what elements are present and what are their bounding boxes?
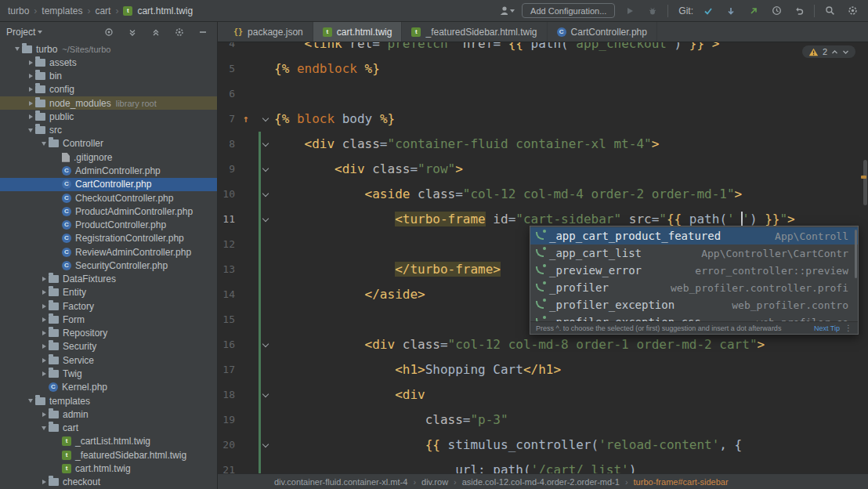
code-line[interactable]: 18 <div [218,382,868,408]
tree-toggle-icon[interactable] [39,344,49,349]
git-update-icon[interactable] [723,3,739,19]
code-editor[interactable]: 4 <link rel="prefetch" href="{{ path('ap… [218,42,868,473]
tree-toggle-icon[interactable] [26,399,35,403]
prev-issue-icon[interactable] [831,49,838,55]
fold-icon[interactable] [262,441,269,447]
editor-tab-package-json[interactable]: {}package.json [224,22,313,42]
fold-icon[interactable] [262,341,269,347]
code-line[interactable]: 7↑{% block body %} [218,107,868,132]
tree-toggle-icon[interactable] [39,371,49,376]
completion-item[interactable]: _preview_errorerror_controller::preview [530,262,858,279]
tree-item-node-modules[interactable]: node_moduleslibrary root [0,96,217,110]
next-issue-icon[interactable] [842,49,849,55]
tree-item-repository[interactable]: Repository [0,327,217,340]
tree-item-cartcontroller-php[interactable]: CCartController.php [0,178,217,191]
breadcrumb-item[interactable]: div.row [421,477,448,487]
panel-settings-gear-icon[interactable] [172,24,187,40]
tree-toggle-icon[interactable] [26,60,35,65]
breadcrumb-item[interactable]: div.container-fluid.container-xl.mt-4 [274,477,407,487]
code-line[interactable]: 10 <aside class="col-12 col-md-4 order-2… [218,182,868,207]
code-line[interactable]: 9 <div class="row"> [218,157,868,182]
git-push-icon[interactable] [746,3,761,19]
tree-toggle-icon[interactable] [39,331,49,335]
tree-item-featuredsidebar-html-twig[interactable]: t_featuredSidebar.html.twig [0,448,217,462]
locate-file-icon[interactable] [101,24,117,40]
tree-item-service[interactable]: Service [0,353,217,367]
code-line[interactable]: 17 <h1>Shopping Cart</h1> [218,357,868,382]
tree-toggle-icon[interactable] [39,480,49,484]
tree-toggle-icon[interactable] [39,412,49,417]
add-configuration-button[interactable]: Add Configuration... [522,3,615,18]
tree-item-security[interactable]: Security [0,340,217,353]
tree-item-assets[interactable]: assets [0,56,217,69]
breadcrumb-item[interactable]: turbo-frame#cart-sidebar [634,477,729,487]
tree-item-checkout[interactable]: checkout [0,476,217,489]
git-commit-icon[interactable] [700,3,716,19]
warning-stripe-mark[interactable] [861,176,866,179]
tree-item-securitycontroller-php[interactable]: CSecurityController.php [0,259,217,272]
block-override-icon[interactable]: ↑ [243,107,249,132]
fold-icon[interactable] [262,391,269,397]
code-line[interactable]: 6 [218,82,868,107]
code-line[interactable]: 19 class="p-3" [218,408,868,433]
undo-icon[interactable] [791,3,807,19]
expand-all-icon[interactable] [125,24,140,40]
popup-scrollbar[interactable] [855,230,857,278]
breadcrumb-item[interactable]: aside.col-12.col-md-4.order-2.order-md-1 [462,477,620,487]
fold-icon[interactable] [262,165,269,172]
code-line[interactable]: 21 url: path('/cart/_list') [218,458,868,473]
tree-toggle-icon[interactable] [26,101,35,106]
title-breadcrumb-item[interactable]: turbo [8,5,29,16]
code-line[interactable]: 4 <link rel="prefetch" href="{{ path('ap… [218,42,868,56]
tree-toggle-icon[interactable] [26,129,35,132]
title-breadcrumb-item[interactable]: cart [95,5,110,16]
settings-gear-icon[interactable] [844,3,860,19]
editor-tab-cart-html-twig[interactable]: tcart.html.twig [313,22,403,42]
fold-icon[interactable] [262,140,269,147]
tree-toggle-icon[interactable] [39,142,49,146]
editor-scrollbar[interactable] [863,160,867,205]
local-history-icon[interactable] [769,3,784,19]
title-breadcrumb-item[interactable]: cart.html.twig [137,5,193,16]
editor-tab-featuredsidebar-html-twig[interactable]: t_featuredSidebar.html.twig [402,22,547,42]
tree-item-checkoutcontroller-php[interactable]: CCheckoutController.php [0,191,217,205]
search-icon[interactable] [822,3,837,19]
tree-toggle-icon[interactable] [39,277,49,281]
title-breadcrumb-item[interactable]: templates [42,5,82,16]
debug-icon[interactable] [645,3,660,19]
tree-toggle-icon[interactable] [26,114,35,119]
tree-toggle-icon[interactable] [26,87,35,92]
next-tip-link[interactable]: Next Tip [814,324,840,332]
tree-item-public[interactable]: public [0,110,217,123]
tree-item-admin[interactable]: admin [0,408,217,421]
completion-item[interactable]: _app_cart_listApp\Controller\CartContr [530,244,858,262]
hide-panel-icon[interactable] [195,24,211,40]
completion-item[interactable]: _profilerweb_profiler.controller.profi [530,279,858,296]
completion-item[interactable]: _profiler_exception_cssweb_profiler.co [530,313,858,321]
tree-item-reviewadmincontroller-php[interactable]: CReviewAdminController.php [0,245,217,259]
tree-item-kernel-php[interactable]: CKernel.php [0,381,217,394]
tree-toggle-icon[interactable] [26,74,35,78]
tree-item-twig[interactable]: Twig [0,367,217,380]
tree-item-entity[interactable]: Entity [0,286,217,299]
tree-item-templates[interactable]: templates [0,394,217,408]
tree-item-src[interactable]: src [0,124,217,137]
project-panel-title[interactable]: Project [6,27,42,38]
tree-item-factory[interactable]: Factory [0,299,217,313]
tree-item-productadmincontroller-php[interactable]: CProductAdminController.php [0,205,217,218]
fold-icon[interactable] [262,190,269,197]
tree-item-cartlist-html-twig[interactable]: t_cartList.html.twig [0,435,217,448]
code-line[interactable]: 8 <div class="container-fluid container-… [218,132,868,157]
tree-item-admincontroller-php[interactable]: CAdminController.php [0,164,217,177]
tree-item-registrationcontroller-php[interactable]: CRegistrationController.php [0,232,217,245]
fold-icon[interactable] [262,216,269,222]
popup-menu-icon[interactable]: ⋮ [844,324,852,332]
inspection-widget[interactable]: 2 [802,45,855,58]
tree-item-turbo[interactable]: turbo~/Sites/turbo [0,42,217,56]
tree-item-cart-html-twig[interactable]: tcart.html.twig [0,462,217,475]
tree-toggle-icon[interactable] [39,358,49,363]
tree-item-bin[interactable]: bin [0,70,217,83]
completion-item[interactable]: _profiler_exceptionweb_profiler.contro [530,296,858,313]
tree-item-form[interactable]: Form [0,313,217,326]
tree-item-config[interactable]: config [0,83,217,96]
